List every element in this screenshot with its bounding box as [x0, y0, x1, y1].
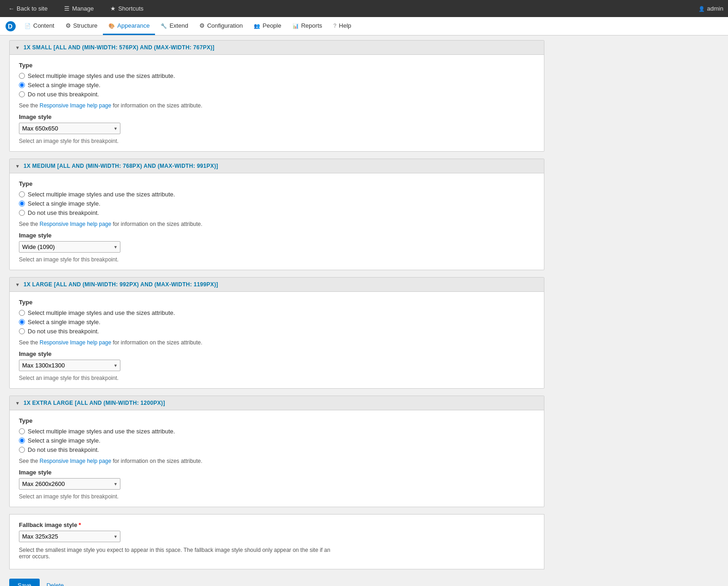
radio-small-none-input[interactable]: [19, 91, 25, 97]
radio-large-none[interactable]: Do not use this breakpoint.: [19, 328, 535, 335]
radio-xlarge-none[interactable]: Do not use this breakpoint.: [19, 446, 535, 453]
button-row: Save Delete: [9, 576, 544, 586]
fallback-desc: Select the smallest image style you expe…: [19, 547, 342, 560]
image-style-label-large: Image style: [19, 350, 535, 357]
nav-extend[interactable]: Extend: [155, 17, 193, 35]
section-xlarge: ▼ 1X EXTRA LARGE [ALL AND (MIN-WIDTH: 12…: [9, 396, 544, 507]
content-icon: [24, 22, 31, 29]
nav-help[interactable]: Help: [328, 17, 357, 35]
responsive-image-help-link-small[interactable]: Responsive Image help page: [40, 102, 111, 109]
section-large-header[interactable]: ▼ 1X LARGE [ALL AND (MIN-WIDTH: 992PX) A…: [10, 278, 544, 292]
chevron-down-icon: ▼: [15, 45, 20, 50]
radio-xlarge-single[interactable]: Select a single image style.: [19, 437, 535, 444]
radio-xlarge-none-input[interactable]: [19, 447, 25, 453]
fallback-label: Fallback image style*: [19, 521, 535, 528]
radio-medium-single[interactable]: Select a single image style.: [19, 200, 535, 207]
chevron-down-icon: ▼: [15, 164, 20, 169]
radio-small-single-input[interactable]: [19, 82, 25, 88]
radio-small-multiple[interactable]: Select multiple image styles and use the…: [19, 72, 535, 79]
manage-icon: [64, 5, 70, 12]
radio-large-single[interactable]: Select a single image style.: [19, 319, 535, 326]
radio-small-single[interactable]: Select a single image style.: [19, 82, 535, 89]
shortcuts-icon: [110, 5, 116, 12]
image-style-desc-medium: Select an image style for this breakpoin…: [19, 256, 535, 263]
fallback-section: Fallback image style* Max 325x325 Max 65…: [9, 514, 544, 569]
nav-content[interactable]: Content: [19, 17, 60, 35]
image-style-select-wrapper-medium: Max 650x650 Wide (1090) Max 1300x1300 Ma…: [19, 241, 120, 253]
section-xlarge-title: 1X EXTRA LARGE [ALL AND (MIN-WIDTH: 1200…: [24, 400, 165, 406]
radio-xlarge-single-input[interactable]: [19, 438, 25, 444]
radio-small-multiple-input[interactable]: [19, 73, 25, 79]
image-style-select-wrapper-small: Max 650x650 Wide (1090) Max 1300x1300 Ma…: [19, 123, 120, 134]
radio-medium-multiple-input[interactable]: [19, 191, 25, 197]
nav-appearance[interactable]: Appearance: [103, 17, 155, 35]
section-xlarge-body: Type Select multiple image styles and us…: [10, 410, 544, 507]
see-also-large: See the Responsive Image help page for i…: [19, 339, 535, 346]
section-small-title: 1X SMALL [ALL AND (MIN-WIDTH: 576PX) AND…: [24, 44, 215, 51]
nav-structure[interactable]: Structure: [60, 17, 103, 35]
chevron-down-icon: ▼: [15, 282, 20, 287]
image-style-select-medium[interactable]: Max 650x650 Wide (1090) Max 1300x1300 Ma…: [19, 241, 120, 253]
image-style-select-xlarge[interactable]: Max 650x650 Wide (1090) Max 1300x1300 Ma…: [19, 478, 120, 490]
radio-group-small: Select multiple image styles and use the…: [19, 72, 535, 98]
section-medium-body: Type Select multiple image styles and us…: [10, 173, 544, 270]
back-to-site[interactable]: Back to site: [5, 0, 51, 17]
shortcuts-menu[interactable]: Shortcuts: [107, 0, 147, 17]
radio-large-single-input[interactable]: [19, 319, 25, 325]
radio-medium-single-input[interactable]: [19, 201, 25, 207]
section-xlarge-header[interactable]: ▼ 1X EXTRA LARGE [ALL AND (MIN-WIDTH: 12…: [10, 396, 544, 410]
section-medium: ▼ 1X MEDIUM [ALL AND (MIN-WIDTH: 768PX) …: [9, 159, 544, 270]
type-label-large: Type: [19, 299, 535, 306]
structure-icon: [66, 22, 71, 29]
nav-people[interactable]: People: [248, 17, 286, 35]
main-content: ▼ 1X SMALL [ALL AND (MIN-WIDTH: 576PX) A…: [0, 36, 554, 586]
config-icon: [199, 22, 205, 29]
section-medium-header[interactable]: ▼ 1X MEDIUM [ALL AND (MIN-WIDTH: 768PX) …: [10, 159, 544, 173]
delete-button[interactable]: Delete: [47, 582, 64, 586]
radio-group-large: Select multiple image styles and use the…: [19, 309, 535, 335]
manage-menu[interactable]: Manage: [60, 0, 97, 17]
section-small: ▼ 1X SMALL [ALL AND (MIN-WIDTH: 576PX) A…: [9, 40, 544, 152]
fallback-select[interactable]: Max 325x325 Max 650x650 Wide (1090) Max …: [19, 531, 120, 542]
image-style-label-medium: Image style: [19, 232, 535, 239]
svg-text:D: D: [8, 23, 12, 30]
radio-small-none[interactable]: Do not use this breakpoint.: [19, 91, 535, 98]
reports-icon: [292, 22, 299, 29]
radio-large-multiple-input[interactable]: [19, 310, 25, 316]
responsive-image-help-link-large[interactable]: Responsive Image help page: [40, 339, 111, 346]
radio-xlarge-multiple[interactable]: Select multiple image styles and use the…: [19, 428, 535, 435]
section-small-header[interactable]: ▼ 1X SMALL [ALL AND (MIN-WIDTH: 576PX) A…: [10, 41, 544, 55]
radio-large-multiple[interactable]: Select multiple image styles and use the…: [19, 309, 535, 316]
responsive-image-help-link-xlarge[interactable]: Responsive Image help page: [40, 458, 111, 464]
responsive-image-help-link-medium[interactable]: Responsive Image help page: [40, 221, 111, 227]
image-style-label-small: Image style: [19, 113, 535, 120]
chevron-down-icon: ▼: [15, 401, 20, 406]
image-style-desc-xlarge: Select an image style for this breakpoin…: [19, 493, 535, 500]
radio-xlarge-multiple-input[interactable]: [19, 428, 25, 434]
user-icon: [698, 5, 705, 12]
user-menu[interactable]: admin: [698, 5, 723, 12]
image-style-select-small[interactable]: Max 650x650 Wide (1090) Max 1300x1300 Ma…: [19, 123, 120, 134]
section-small-body: Type Select multiple image styles and us…: [10, 55, 544, 151]
people-icon: [254, 22, 260, 29]
section-large-body: Type Select multiple image styles and us…: [10, 292, 544, 388]
type-label-medium: Type: [19, 180, 535, 187]
radio-medium-none[interactable]: Do not use this breakpoint.: [19, 209, 535, 216]
save-button[interactable]: Save: [9, 579, 40, 586]
nav-configuration[interactable]: Configuration: [194, 17, 248, 35]
section-large: ▼ 1X LARGE [ALL AND (MIN-WIDTH: 992PX) A…: [9, 277, 544, 389]
nav-reports[interactable]: Reports: [287, 17, 328, 35]
radio-group-xlarge: Select multiple image styles and use the…: [19, 428, 535, 453]
radio-medium-multiple[interactable]: Select multiple image styles and use the…: [19, 191, 535, 198]
radio-medium-none-input[interactable]: [19, 210, 25, 216]
nav-bar: D Content Structure Appearance Extend Co…: [0, 17, 728, 36]
extend-icon: [161, 22, 167, 29]
section-medium-title: 1X MEDIUM [ALL AND (MIN-WIDTH: 768PX) AN…: [24, 163, 218, 169]
back-icon: [8, 5, 14, 12]
appearance-icon: [108, 22, 115, 29]
type-label-small: Type: [19, 62, 535, 69]
radio-large-none-input[interactable]: [19, 328, 25, 334]
top-bar: Back to site Manage Shortcuts admin: [0, 0, 728, 17]
image-style-select-large[interactable]: Max 650x650 Wide (1090) Max 1300x1300 Ma…: [19, 360, 120, 371]
site-logo[interactable]: D: [2, 18, 19, 35]
